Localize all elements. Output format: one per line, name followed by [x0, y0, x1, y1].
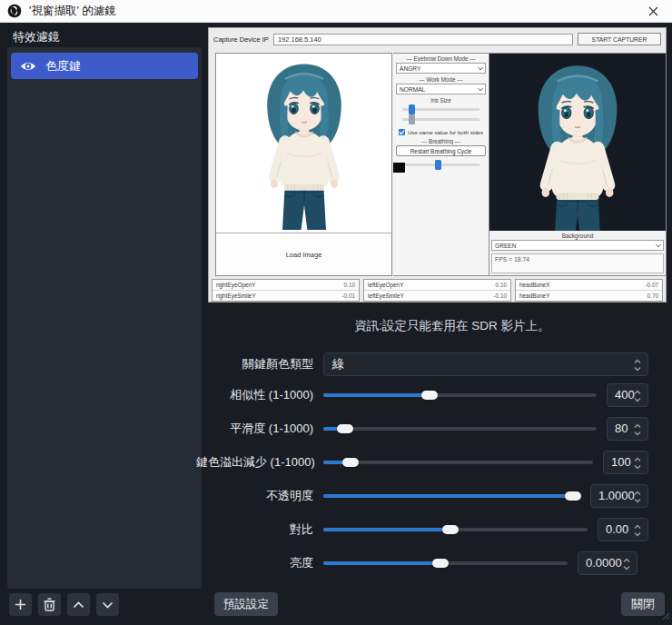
iris-size-slider-left — [402, 108, 479, 111]
trash-icon — [44, 598, 55, 611]
effect-filters-header: 特效濾鏡 — [13, 29, 60, 45]
fps-readout: FPS = 18.74 — [491, 253, 664, 273]
eyebrow-mode-combobox: ANGRY — [396, 63, 486, 74]
filter-list[interactable]: 色度鍵 — [7, 47, 202, 589]
sdr-info-text: 資訊:設定只能套用在 SDR 影片上。 — [196, 318, 648, 334]
similarity-slider[interactable] — [323, 383, 597, 407]
capture-device-ip-field: 192.168.5.140 — [273, 34, 573, 45]
background-combobox: GREEN — [491, 240, 664, 251]
filters-dialog: '視窗擷取' 的濾鏡 特效濾鏡 色度鍵 Capture Device IP 19… — [0, 0, 672, 625]
close-dialog-button[interactable]: 關閉 — [621, 592, 665, 616]
capture-device-ip-label: Capture Device IP — [213, 35, 269, 44]
spinner-arrows-icon[interactable] — [634, 456, 641, 478]
close-window-button[interactable] — [637, 0, 668, 22]
obs-logo-icon — [7, 4, 22, 18]
slider-handle[interactable] — [337, 424, 353, 433]
filter-preview: Capture Device IP 192.168.5.140 START CA… — [208, 27, 667, 303]
brightness-slider[interactable] — [323, 551, 568, 575]
similarity-row: 相似性 (1-1000) 400 — [196, 383, 648, 407]
add-filter-button[interactable] — [9, 593, 32, 616]
eye-visible-icon[interactable] — [20, 60, 36, 73]
work-mode-header: --- Work Mode --- — [395, 75, 487, 83]
spinner-arrows-icon[interactable] — [634, 422, 641, 444]
close-icon — [648, 6, 658, 16]
character-illustration-dark — [489, 54, 666, 231]
slider-handle[interactable] — [442, 525, 459, 534]
spinner-arrows-icon[interactable] — [634, 523, 641, 545]
window-title: '視窗擷取' 的濾鏡 — [29, 4, 116, 19]
eyebrow-mode-header: --- Eyebrow Down Mode --- — [395, 55, 487, 62]
filter-item-chroma-key[interactable]: 色度鍵 — [11, 53, 198, 79]
load-image-button: Load Image — [216, 233, 391, 275]
slider-handle[interactable] — [432, 559, 449, 568]
combobox-arrows-icon[interactable] — [634, 358, 641, 380]
key-color-type-combobox[interactable]: 綠 — [323, 352, 648, 376]
spill-reduction-row: 鍵色溢出減少 (1-1000) 100 — [196, 451, 648, 474]
character-illustration-light — [216, 54, 391, 232]
status-column-left-eye: leftEyeOpenY0.10 leftEyeSmileY-0.10 — [363, 279, 511, 302]
brightness-value[interactable]: 0.0000 — [578, 551, 637, 575]
status-column-right-eye: rightEyeOpenY0.10 rightEyeSmileY-0.01 — [212, 279, 360, 302]
checkbox-checked-icon — [399, 129, 405, 135]
slider-handle[interactable] — [565, 491, 581, 501]
work-mode-combobox: NORMAL — [396, 84, 486, 94]
tracking-status-strip: rightEyeOpenY0.10 rightEyeSmileY-0.01 le… — [212, 279, 663, 302]
breathing-header: --- Breathing --- — [395, 137, 487, 144]
color-swatch — [393, 163, 405, 173]
spill-reduction-value[interactable]: 100 — [603, 451, 648, 474]
brightness-row: 亮度 0.0000 — [196, 551, 637, 575]
contrast-value[interactable]: 0.00 — [598, 518, 648, 541]
spinner-arrows-icon[interactable] — [634, 490, 641, 511]
move-filter-down-button[interactable] — [96, 593, 119, 616]
same-value-checkbox-row: Use same value for both sides — [395, 128, 487, 136]
filter-item-label: 色度鍵 — [45, 58, 81, 74]
capture-app-controls: --- Eyebrow Down Mode --- ANGRY --- Work… — [393, 53, 489, 276]
title-bar[interactable]: '視窗擷取' 的濾鏡 — [0, 0, 672, 23]
opacity-slider[interactable] — [323, 484, 580, 508]
smoothness-value[interactable]: 80 — [607, 417, 648, 441]
restart-breathing-button: Restart Breathing Cycle — [396, 145, 486, 156]
resize-grip[interactable] — [662, 608, 670, 624]
move-filter-up-button[interactable] — [67, 593, 90, 616]
smoothness-row: 平滑度 (1-1000) 80 — [196, 417, 648, 441]
slider-handle[interactable] — [342, 458, 359, 467]
remove-filter-button[interactable] — [38, 593, 61, 616]
key-color-type-row: 關鍵顏色類型 綠 — [196, 352, 648, 376]
defaults-button[interactable]: 預設設定 — [214, 592, 278, 616]
slider-handle[interactable] — [421, 391, 438, 400]
status-column-head: headBoneX-0.07 headBoneY0.70 — [515, 279, 663, 302]
smoothness-slider[interactable] — [323, 417, 597, 441]
chevron-up-icon — [73, 601, 84, 609]
source-image-panel: Load Image — [215, 53, 392, 276]
similarity-value[interactable]: 400 — [607, 383, 648, 407]
iris-size-header: Iris Size — [395, 96, 487, 104]
spill-reduction-slider[interactable] — [323, 451, 593, 474]
background-label: Background — [489, 232, 666, 240]
plus-icon — [15, 599, 26, 610]
keyed-result-panel: Background GREEN FPS = 18.74 — [489, 53, 667, 276]
iris-size-slider-right — [402, 118, 479, 121]
spinner-arrows-icon[interactable] — [634, 389, 641, 411]
contrast-row: 對比 0.00 — [196, 518, 648, 541]
contrast-slider[interactable] — [323, 518, 588, 541]
key-color-type-label: 關鍵顏色類型 — [196, 352, 323, 376]
opacity-row: 不透明度 1.0000 — [196, 484, 648, 508]
capture-app-toolbar: Capture Device IP 192.168.5.140 START CA… — [213, 32, 661, 46]
spinner-arrows-icon[interactable] — [623, 557, 630, 579]
start-capturer-button: START CAPTURER — [578, 33, 661, 45]
opacity-value[interactable]: 1.0000 — [590, 484, 648, 508]
chevron-down-icon — [102, 601, 114, 609]
breathing-slider — [402, 164, 479, 166]
